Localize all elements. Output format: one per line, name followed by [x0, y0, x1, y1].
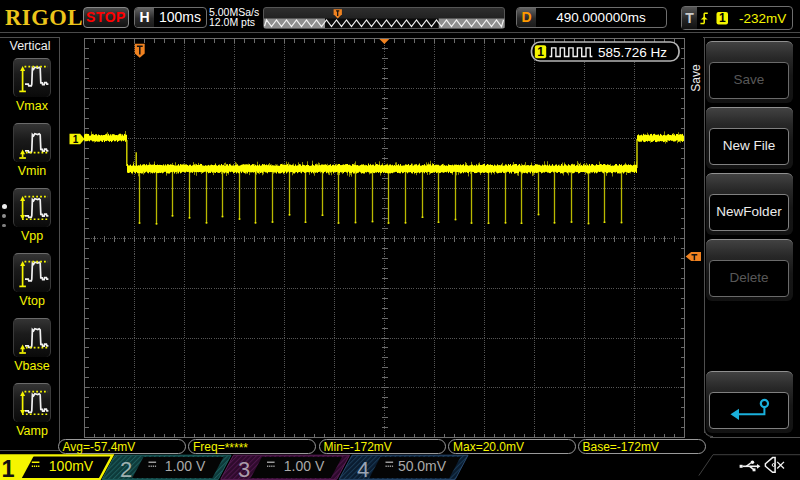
- svg-text:1: 1: [537, 45, 544, 59]
- svg-text:1: 1: [1, 456, 14, 480]
- svg-text:2: 2: [120, 457, 132, 480]
- svg-text:4: 4: [357, 457, 369, 480]
- svg-text:50.0mV: 50.0mV: [398, 458, 447, 474]
- svg-text:-232mV: -232mV: [739, 11, 786, 26]
- svg-text:3: 3: [238, 457, 250, 480]
- svg-text:1.00 V: 1.00 V: [165, 458, 206, 474]
- svg-text:1: 1: [719, 11, 726, 25]
- svg-text:100mV: 100mV: [49, 458, 94, 474]
- svg-text:585.726 Hz: 585.726 Hz: [598, 45, 667, 60]
- svg-text:1.00 V: 1.00 V: [284, 458, 325, 474]
- svg-text:1: 1: [73, 134, 79, 145]
